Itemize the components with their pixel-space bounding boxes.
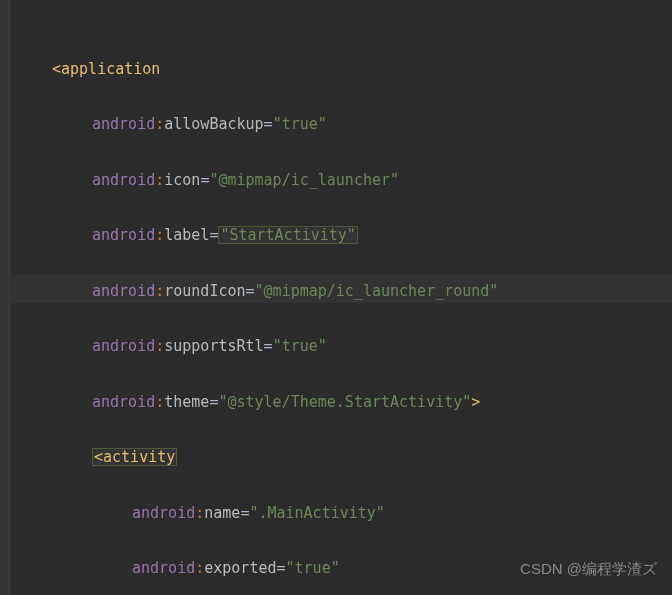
namespace: android <box>132 504 195 522</box>
tag-open: <application <box>52 60 160 78</box>
namespace: android <box>92 171 155 189</box>
attribute: supportsRtl <box>164 337 263 355</box>
namespace: android <box>92 115 155 133</box>
attribute: icon <box>164 171 200 189</box>
attribute: allowBackup <box>164 115 263 133</box>
namespace: android <box>92 282 155 300</box>
attribute: label <box>164 226 209 244</box>
highlighted-value: "StartActivity" <box>218 226 357 244</box>
activity-tag-open: <activity <box>92 448 177 466</box>
bracket: > <box>471 393 480 411</box>
gutter <box>0 0 10 595</box>
namespace: android <box>92 393 155 411</box>
value: "@mipmap/ic_launcher" <box>209 171 399 189</box>
namespace: android <box>132 559 195 577</box>
attribute: theme <box>164 393 209 411</box>
value: "@style/Theme.StartActivity" <box>218 393 471 411</box>
attribute: name <box>204 504 240 522</box>
namespace: android <box>92 226 155 244</box>
code-editor[interactable]: <application android:allowBackup="true" … <box>0 0 672 595</box>
value: "@mipmap/ic_launcher_round" <box>255 282 499 300</box>
namespace: android <box>92 337 155 355</box>
value: "true" <box>273 115 327 133</box>
value: "true" <box>286 559 340 577</box>
value: "true" <box>273 337 327 355</box>
attribute: roundIcon <box>164 282 245 300</box>
value: ".MainActivity" <box>249 504 384 522</box>
attribute: exported <box>204 559 276 577</box>
